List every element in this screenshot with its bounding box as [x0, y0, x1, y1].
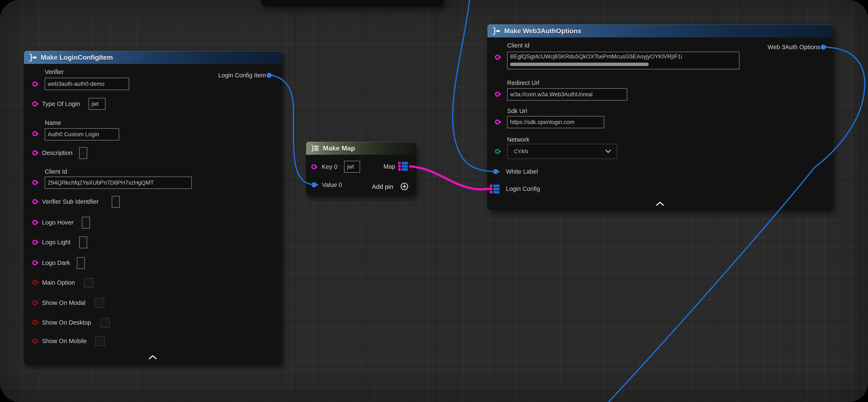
collapse-chevron-icon[interactable] [655, 201, 665, 206]
type-of-login-input[interactable]: jwt [89, 98, 105, 110]
output-pin-web3auth-options[interactable] [820, 44, 829, 50]
pin-label-value0: Value 0 [322, 181, 342, 189]
input-pin-login-config[interactable] [490, 184, 500, 194]
input-pin-key0[interactable] [311, 164, 318, 170]
redirect-url-input[interactable]: w3a://com.w3a.Web3AuthUnreal [507, 88, 627, 100]
show-on-mobile-checkbox[interactable] [95, 336, 105, 346]
output-pin-label: Login Config Item [218, 72, 266, 79]
partial-node-top[interactable] [261, 0, 443, 6]
input-pin-white-label[interactable] [492, 168, 501, 175]
logo-hover-input[interactable] [82, 217, 90, 229]
input-pin-sdk-url[interactable] [495, 119, 502, 125]
input-pin-type-of-login[interactable] [32, 101, 39, 107]
node-header[interactable]: Make Web3AuthOptions [487, 24, 833, 37]
pin-label-show-on-mobile: Show On Mobile [42, 338, 87, 345]
node-make-loginconfigitem[interactable]: Make LoginConfigItem Login Config Item V… [24, 51, 281, 364]
pin-label-network: Network [507, 136, 529, 143]
show-on-desktop-checkbox[interactable] [100, 318, 110, 327]
node-header[interactable]: Make Map [306, 142, 415, 155]
input-pin-logo-light[interactable] [32, 239, 39, 246]
pin-label-logo-light: Logo Light [42, 239, 70, 246]
pin-label-logo-hover: Logo Hover [42, 219, 73, 226]
pin-label-key0: Key 0 [322, 163, 337, 170]
node-title: Make LoginConfigItem [41, 54, 113, 61]
input-pin-logo-dark[interactable] [32, 260, 39, 266]
add-pin-label[interactable]: Add pin [372, 183, 393, 190]
input-pin-main-option[interactable] [32, 280, 39, 286]
verifier-sub-identifier-input[interactable] [112, 196, 120, 208]
pin-label-name: Name [45, 119, 61, 126]
chevron-down-icon [605, 149, 611, 153]
input-pin-logo-hover[interactable] [32, 219, 39, 226]
node-make-web3authoptions[interactable]: Make Web3AuthOptions Web 3Auth Options C… [487, 24, 833, 210]
make-struct-icon [492, 27, 501, 35]
blueprint-canvas[interactable]: Make LoginConfigItem Login Config Item V… [0, 0, 868, 402]
show-on-modal-checkbox[interactable] [95, 298, 104, 308]
input-pin-network[interactable] [495, 148, 502, 154]
input-pin-client-id[interactable] [32, 179, 39, 185]
input-pin-client-id[interactable] [495, 54, 502, 60]
name-input[interactable]: Auth0 Custom Login [45, 128, 119, 140]
pin-label-client-id: Client Id [507, 42, 529, 49]
add-pin-icon[interactable] [400, 182, 409, 191]
pin-label-verifier-sub-identifier: Verifier Sub Identifier [42, 198, 98, 205]
description-input[interactable] [79, 147, 87, 159]
make-map-icon [310, 144, 319, 152]
pin-label-show-on-desktop: Show On Desktop [42, 319, 91, 326]
input-pin-verifier-sub-identifier[interactable] [32, 199, 39, 205]
pin-label-white-label: White Label [506, 168, 538, 175]
input-pin-show-on-desktop[interactable] [32, 319, 39, 326]
pin-label-client-id: Client Id [45, 168, 67, 175]
input-pin-verifier[interactable] [32, 81, 39, 87]
pin-label-show-on-modal: Show On Modal [42, 299, 85, 306]
input-pin-name[interactable] [32, 131, 39, 137]
input-pin-description[interactable] [32, 150, 39, 156]
client-id-scrollbar[interactable] [510, 63, 649, 66]
sdk-url-input[interactable]: https://sdk.openlogin.com [507, 116, 604, 128]
network-dropdown[interactable]: CYAN [507, 144, 617, 159]
pin-label-main-option: Main Option [42, 279, 75, 286]
wire-map-to-login-config[interactable] [409, 166, 492, 190]
pin-label-login-config: Login Config [506, 185, 540, 192]
output-pin-label-map: Map [383, 163, 395, 170]
wire-map-to-login-config-core[interactable] [409, 166, 492, 190]
node-header[interactable]: Make LoginConfigItem [24, 51, 281, 64]
output-pin-map[interactable] [398, 162, 408, 171]
node-title: Make Web3AuthOptions [504, 27, 581, 35]
input-pin-show-on-modal[interactable] [32, 299, 39, 306]
input-pin-value0[interactable] [311, 182, 319, 188]
pin-label-sdk-url: Sdk Url [507, 108, 527, 115]
client-id-input[interactable]: 294QRkchfq2YaXUbPri7D6PH7xzHgQMT [45, 177, 192, 189]
make-struct-icon [28, 53, 37, 62]
input-pin-redirect-url[interactable] [495, 91, 502, 97]
collapse-chevron-icon[interactable] [148, 354, 157, 360]
node-title: Make Map [323, 144, 355, 152]
logo-light-input[interactable] [79, 236, 87, 248]
pin-label-logo-dark: Logo Dark [42, 259, 70, 266]
verifier-input[interactable]: web3auth-auth0-demo [45, 78, 129, 90]
logo-dark-input[interactable] [77, 257, 85, 269]
output-pin-label: Web 3Auth Options [768, 44, 820, 51]
key0-input[interactable]: jwt [344, 161, 360, 173]
main-option-checkbox[interactable] [84, 278, 94, 288]
pin-label-verifier: Verifier [45, 68, 64, 76]
pin-label-description: Description [42, 149, 72, 156]
output-pin-login-config-item[interactable] [266, 72, 274, 79]
node-make-map[interactable]: Make Map Key 0 jwt Map Value 0 Add pin [306, 142, 415, 195]
input-pin-show-on-mobile[interactable] [32, 338, 39, 344]
pin-label-type-of-login: Type Of Login [42, 100, 80, 108]
client-id-input[interactable]: BEglQSgt4cUWcj6SKRdu5QkOXTsePmMcusG5EAoy… [507, 52, 739, 69]
pin-label-redirect-url: Redirect Url [507, 80, 539, 86]
